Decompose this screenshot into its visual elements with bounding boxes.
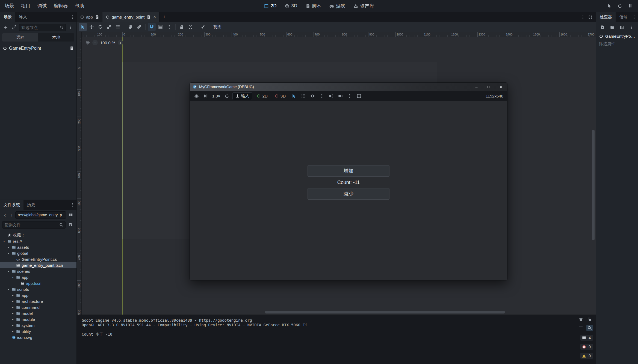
fs-item-command[interactable]: ▸command <box>0 304 76 310</box>
filter-files-input[interactable] <box>4 223 58 227</box>
workspace-game[interactable]: 游戏 <box>326 0 349 12</box>
expand-arrow-icon[interactable]: ▸ <box>11 324 15 327</box>
workspace-assetlib[interactable]: 资产库 <box>350 0 378 12</box>
clear-output-button[interactable] <box>578 316 584 323</box>
distraction-free-icon[interactable] <box>588 15 592 19</box>
minimize-button[interactable] <box>470 83 483 91</box>
expand-arrow-icon[interactable]: ▸ <box>11 294 15 297</box>
current-path-field[interactable] <box>15 211 66 219</box>
new-scene-tab-button[interactable]: + <box>160 12 169 22</box>
expand-arrow-icon[interactable]: ▸ <box>11 312 15 315</box>
fs-item-icon.svg[interactable]: icon.svg <box>0 334 76 340</box>
expand-arrow-icon[interactable]: ▾ <box>2 240 6 243</box>
fs-item-app[interactable]: ▾app <box>0 274 76 280</box>
runtime-select-tool[interactable] <box>290 92 298 100</box>
game-window-titlebar[interactable]: MyGFrameworkGame (DEBUG) <box>190 83 507 91</box>
scene-dock-tab-2[interactable]: 导入 <box>15 12 31 22</box>
workspace-2d[interactable]: 2D <box>260 0 280 12</box>
add-node-button[interactable] <box>2 24 9 31</box>
game-pick-button[interactable] <box>605 2 613 10</box>
scene-source-local[interactable]: 本地 <box>38 33 74 42</box>
history-forward-button[interactable]: › <box>9 211 14 218</box>
new-resource-button[interactable] <box>599 24 606 31</box>
fs-item-res-[interactable]: ▾res:// <box>0 238 76 244</box>
scene-dock-tab-1[interactable]: 场景 <box>0 12 15 22</box>
fs-item-global[interactable]: ▾global <box>0 250 76 256</box>
game-view[interactable]: 增加 Count: -11 减少 <box>190 101 507 280</box>
filter-nodes-field[interactable] <box>19 24 66 31</box>
sort-files-button[interactable] <box>67 221 74 228</box>
inspector-dock-tab-2[interactable]: 信号 <box>616 12 631 22</box>
camera-3d-toggle[interactable]: 3D <box>272 92 288 100</box>
camera-override-button[interactable] <box>336 92 344 100</box>
2d-viewport-canvas[interactable]: − 100.0 % + MyGFrameworkGame (DEBUG) 1.0… <box>82 37 596 315</box>
game-restart-button[interactable] <box>616 2 624 10</box>
filesystem-dock-tab-1[interactable]: 文件系统 <box>0 200 23 210</box>
workspace-3d[interactable]: 3D <box>281 0 301 12</box>
scene-tab-game_entry_point[interactable]: game_entry_point× <box>102 12 160 22</box>
warnings-filter-badge[interactable]: 0 <box>580 353 593 359</box>
lock-node-button[interactable] <box>178 23 186 31</box>
expand-arrow-icon[interactable]: ▸ <box>11 300 15 303</box>
scene-source-remote[interactable]: 远程 <box>2 33 38 42</box>
scene-tree-node-gameentrypoint[interactable]: GameEntryPoint <box>0 45 76 52</box>
instance-scene-button[interactable] <box>11 24 18 31</box>
history-back-button[interactable]: ‹ <box>2 211 8 218</box>
scene-tabs-menu-icon[interactable] <box>581 15 585 19</box>
move-mode-tool[interactable] <box>88 23 96 31</box>
fs-item-game-entry-point.tscn[interactable]: game_entry_point.tscn <box>0 262 76 268</box>
menu-item-5[interactable]: 帮助 <box>71 0 88 12</box>
smart-snap-toggle[interactable] <box>148 23 156 31</box>
visibility-menu[interactable] <box>309 92 316 100</box>
expand-arrow-icon[interactable]: ▸ <box>7 246 10 249</box>
zoom-out-button[interactable]: − <box>92 40 98 45</box>
center-view-icon[interactable] <box>85 40 90 45</box>
rotate-mode-tool[interactable] <box>96 23 104 31</box>
maximize-button[interactable] <box>483 83 495 91</box>
expand-arrow-icon[interactable]: ▸ <box>11 306 15 309</box>
filesystem-dock-tab-2[interactable]: 历史 <box>23 200 39 210</box>
filesystem-menu-icon[interactable] <box>70 203 75 207</box>
menu-item-4[interactable]: 编辑器 <box>50 0 71 12</box>
search-output-button[interactable] <box>586 325 593 331</box>
inspector-menu-icon[interactable] <box>632 15 636 19</box>
menu-item-3[interactable]: 调试 <box>34 0 50 12</box>
inspector-dock-tab-1[interactable]: 检查器 <box>596 12 616 22</box>
select-mode-tool[interactable] <box>79 23 87 31</box>
game-pause-button[interactable] <box>626 2 634 10</box>
skeleton-menu[interactable] <box>199 23 207 31</box>
workspace-script[interactable]: 脚本 <box>302 0 325 12</box>
scale-mode-tool[interactable] <box>105 23 113 31</box>
scene-tree-options-button[interactable] <box>67 24 74 31</box>
camera-2d-toggle[interactable]: 2D <box>254 92 270 100</box>
ruler-mode-tool[interactable] <box>135 23 143 31</box>
scene-dock-menu-icon[interactable] <box>70 15 75 19</box>
messages-filter-badge[interactable]: 4 <box>580 335 593 341</box>
group-node-button[interactable] <box>187 23 194 31</box>
close-button[interactable] <box>495 83 507 91</box>
fs-item-gameentrypoint.cs[interactable]: C#GameEntryPoint.cs <box>0 256 76 262</box>
expand-arrow-icon[interactable]: ▸ <box>11 318 15 321</box>
expand-arrow-icon[interactable]: ▾ <box>11 276 15 279</box>
view-menu-button[interactable]: 视图 <box>210 23 225 31</box>
embed-options-button[interactable] <box>355 92 363 100</box>
resource-options-menu[interactable] <box>628 24 635 31</box>
filter-properties-input[interactable] <box>599 41 635 46</box>
camera-options-menu[interactable] <box>346 92 353 100</box>
zoom-level[interactable]: 100.0 % <box>100 40 115 45</box>
fs-item-system[interactable]: ▸system <box>0 322 76 328</box>
debug-options-menu[interactable] <box>193 92 200 100</box>
decrease-button[interactable]: 减少 <box>308 188 389 200</box>
vertical-scrollbar[interactable] <box>592 130 595 240</box>
load-resource-button[interactable] <box>609 24 616 31</box>
fs-item-architecture[interactable]: ▸architecture <box>0 298 76 304</box>
reset-time-scale-button[interactable] <box>223 92 231 100</box>
list-select-tool[interactable] <box>114 23 122 31</box>
snap-options-menu[interactable] <box>165 23 173 31</box>
fs-item-app.tscn[interactable]: app.tscn <box>0 280 76 286</box>
favorites-row[interactable]: 收藏： <box>0 232 76 238</box>
fs-item-scripts[interactable]: ▾scripts <box>0 286 76 292</box>
fs-item-utility[interactable]: ▸utility <box>0 328 76 334</box>
selection-list-tool[interactable] <box>299 92 307 100</box>
save-resource-button[interactable] <box>619 24 626 31</box>
